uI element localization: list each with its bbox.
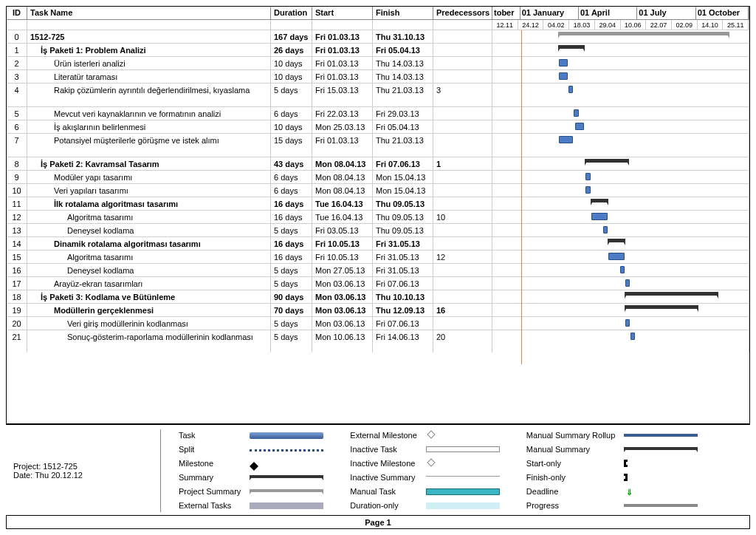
- legend-project-info: Project: 1512-725 Date: Thu 20.12.12: [13, 429, 161, 512]
- summary-bar[interactable]: [591, 199, 608, 202]
- timeline-week: 02.09: [672, 20, 698, 30]
- summary-bar[interactable]: [625, 305, 698, 309]
- gantt-cell: [492, 30, 749, 43]
- gantt-cell: [492, 211, 749, 223]
- gantt-cell: [492, 184, 749, 197]
- gantt-cell: [492, 107, 749, 120]
- task-row[interactable]: 1İş Paketi 1: Problem Analizi26 daysFri …: [7, 44, 749, 57]
- task-row[interactable]: 9Modüler yapı tasarımı6 daysMon 08.04.13…: [7, 171, 749, 184]
- gantt-cell: [492, 57, 749, 69]
- task-rows: 01512-725167 daysFri 01.03.13Thu 31.10.1…: [7, 30, 749, 352]
- timeline-week: 14.10: [698, 20, 724, 30]
- task-row[interactable]: 19Modüllerin gerçeklenmesi70 daysMon 03.…: [7, 304, 749, 317]
- task-row[interactable]: 18İş Paketi 3: Kodlama ve Bütünleme90 da…: [7, 290, 749, 304]
- task-bar[interactable]: [608, 253, 625, 260]
- task-bar[interactable]: [585, 173, 591, 180]
- today-line: [521, 30, 522, 364]
- gantt-cell: [492, 317, 749, 330]
- gantt-cell: [492, 197, 749, 210]
- hdr-dur: Duration: [271, 7, 312, 19]
- legend-col-1: TaskSplitMilestoneSummaryProject Summary…: [179, 429, 331, 512]
- hdr-pred: Predecessors: [433, 7, 492, 19]
- gantt-cell: [492, 84, 749, 106]
- gantt-cell: [492, 157, 749, 170]
- task-row[interactable]: 11İlk rotalama algoritması tasarımı16 da…: [7, 197, 749, 211]
- gantt-cell: [492, 70, 749, 83]
- legend-label: Finish-only: [526, 471, 615, 484]
- legend-label: Progress: [526, 500, 615, 512]
- timeline-week: 24.12: [518, 20, 544, 30]
- task-bar[interactable]: [620, 266, 625, 273]
- task-bar[interactable]: [625, 279, 630, 287]
- project-summary-bar[interactable]: [559, 32, 729, 35]
- timeline-month: tober: [492, 7, 520, 19]
- hdr-start: Start: [312, 7, 373, 19]
- gantt-page: ID Task Name Duration Start Finish Prede…: [6, 6, 750, 529]
- summary-bar[interactable]: [559, 45, 584, 49]
- task-bar[interactable]: [559, 136, 573, 143]
- timeline-month: 01 April: [579, 7, 637, 19]
- gantt-cell: [492, 290, 749, 303]
- task-row[interactable]: 10Veri yapıları tasarımı6 daysMon 08.04.…: [7, 184, 749, 197]
- task-bar[interactable]: [568, 86, 573, 93]
- timeline-week: 22.07: [646, 20, 672, 30]
- summary-bar[interactable]: [625, 292, 718, 296]
- legend-label: Deadline: [526, 485, 615, 498]
- task-bar[interactable]: [591, 213, 608, 220]
- legend-label: Inactive Summary: [350, 471, 417, 484]
- task-row[interactable]: 20Veri giriş modüllerinin kodlanması5 da…: [7, 317, 749, 330]
- timeline-week: 25.11: [723, 20, 749, 30]
- task-row[interactable]: 21Sonuç-gösterim-raporlama modüllerinin …: [7, 330, 749, 352]
- task-row[interactable]: 5Mevcut veri kaynaklarının ve formatının…: [7, 107, 749, 120]
- task-row[interactable]: 3Literatür taraması10 daysFri 01.03.13Th…: [7, 70, 749, 84]
- timeline-week: 29.04: [595, 20, 621, 30]
- legend-col-3: Manual Summary RollupManual SummaryStart…: [526, 429, 705, 512]
- task-bar[interactable]: [575, 123, 584, 130]
- gantt-cell: [492, 264, 749, 276]
- legend-label: Inactive Milestone: [350, 457, 417, 470]
- legend-label: External Tasks: [179, 500, 241, 512]
- task-bar[interactable]: [574, 109, 579, 117]
- timeline-month: 01 October: [696, 7, 749, 19]
- task-row[interactable]: 7Potansiyel müşterilerle görüşme ve iste…: [7, 134, 749, 157]
- task-bar[interactable]: [625, 319, 630, 327]
- task-row[interactable]: 2Ürün isterleri analizi10 daysFri 01.03.…: [7, 57, 749, 70]
- gantt-cell: [492, 251, 749, 263]
- summary-bar[interactable]: [608, 239, 625, 242]
- task-bar[interactable]: [630, 333, 635, 340]
- legend: Project: 1512-725 Date: Thu 20.12.12 Tas…: [6, 423, 750, 515]
- gantt-cell: [492, 134, 749, 157]
- task-bar[interactable]: [585, 186, 591, 194]
- task-bar[interactable]: [559, 72, 568, 80]
- gantt-cell: [492, 224, 749, 236]
- task-row[interactable]: 8İş Paketi 2: Kavramsal Tasarım43 daysMo…: [7, 157, 749, 171]
- legend-date: Date: Thu 20.12.12: [13, 471, 154, 480]
- timeline-weeks-row: 12.1124.1204.0218.0329.0410.0622.0702.09…: [7, 20, 749, 30]
- task-row[interactable]: 17Arayüz-ekran tasarımları5 daysMon 03.0…: [7, 277, 749, 290]
- task-row[interactable]: 6İş akışlarının belirlenmesi10 daysMon 2…: [7, 120, 749, 134]
- hdr-id: ID: [7, 7, 27, 19]
- task-row[interactable]: 16Deneysel kodlama5 daysMon 27.05.13Fri …: [7, 264, 749, 277]
- gantt-cell: [492, 171, 749, 183]
- legend-label: Milestone: [179, 457, 241, 470]
- task-row[interactable]: 01512-725167 daysFri 01.03.13Thu 31.10.1…: [7, 30, 749, 44]
- task-row[interactable]: 13Deneysel kodlama5 daysFri 03.05.13Thu …: [7, 224, 749, 237]
- gantt-cell: [492, 277, 749, 290]
- task-row[interactable]: 15Algoritma tasarımı16 daysFri 10.05.13F…: [7, 251, 749, 264]
- task-bar[interactable]: [603, 226, 608, 234]
- legend-label: Summary: [179, 471, 241, 484]
- summary-bar[interactable]: [585, 159, 628, 163]
- task-row[interactable]: 14Dinamik rotalama algoritması tasarımı1…: [7, 237, 749, 251]
- gantt-cell: [492, 237, 749, 250]
- timeline-week: 04.02: [543, 20, 569, 30]
- task-row[interactable]: 12Algoritma tasarımı16 daysTue 16.04.13T…: [7, 211, 749, 224]
- task-row[interactable]: 4Rakip çözümlerin ayrıntılı değerlendiri…: [7, 84, 749, 107]
- legend-label: Manual Summary Rollup: [526, 429, 615, 442]
- gantt-cell: [492, 304, 749, 316]
- legend-label: Duration-only: [350, 500, 417, 512]
- legend-label: Start-only: [526, 457, 615, 470]
- page-footer: Page 1: [7, 515, 749, 528]
- hdr-timeline: tober01 January01 April01 July01 October: [492, 7, 749, 19]
- gantt-cell: [492, 44, 749, 56]
- task-bar[interactable]: [559, 59, 568, 67]
